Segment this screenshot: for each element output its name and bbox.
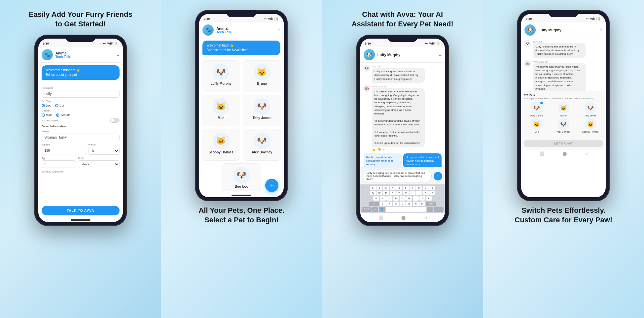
kbd-3[interactable]: 3 [383,186,389,190]
kbd-q[interactable]: Q [370,191,376,195]
signal-icon: ▪▪▪ [103,42,106,45]
weight-input[interactable] [42,147,86,154]
phone-3: 9:30 ▪▪▪ WiFi 🔋 🐶 Luffy Murphy ≡ 🐶 [356,35,449,226]
my-pets-title: My Pets [524,93,603,96]
msg-time-avva: Avva 12:40 pm [372,85,442,88]
weight-unit-select[interactable]: lb kg [88,147,120,155]
kbd-w[interactable]: W [376,191,382,195]
radio-female[interactable]: Female [56,113,70,117]
fab-add-pet[interactable]: + [265,179,278,192]
pet-mini-toby[interactable]: 🐶 Toby James [578,102,603,117]
kbd-x[interactable]: X [386,202,392,206]
app-title-1: Animal [55,51,70,55]
pet-card-scooby[interactable]: 🐱 Scooby Holmes [202,129,240,161]
pet-card-bruno[interactable]: 🐱 Bruno [243,60,281,92]
kbd-u[interactable]: U [410,191,415,195]
kbd-f[interactable]: F [393,196,399,201]
gender-group: Male Female [42,113,120,117]
pet-card-alex[interactable]: 🐶 Alex Downey [243,129,281,161]
pet-card-booboo[interactable]: 🐶 Boo-boo [222,163,261,191]
kbd-t[interactable]: T [396,191,402,195]
home-indicator-2 [232,195,251,196]
kbd-c[interactable]: C [393,202,399,206]
kbd-0[interactable]: 0 [429,186,435,190]
radio-male[interactable]: Male [42,113,53,117]
kbd-m[interactable]: M [419,202,425,206]
kbd-1[interactable]: 1 [370,186,376,190]
kbd-emoji[interactable]: ☺ [372,207,378,212]
kbd-l[interactable]: L [426,196,432,201]
kbd-5[interactable]: 5 [396,186,402,190]
share-icon[interactable]: ↩ [383,148,386,151]
kbd-4[interactable]: 4 [390,186,396,190]
kbd-shift[interactable]: ⇧ [369,202,379,206]
kbd-2[interactable]: 2 [376,186,382,190]
screen-4: 9:30 ▪▪▪ WiFi 🔋 🐶 Luffy Murphy ≡ 🐶 [521,14,606,197]
kbd-k[interactable]: K [419,196,425,201]
nav-square[interactable]: ⬜ [378,215,383,220]
pet-mini-luffy[interactable]: 🐶 Luffy Murphy [524,102,549,117]
pet-mini-avatar-toby: 🐶 [585,102,596,114]
kbd-e[interactable]: E [383,191,389,195]
pet-card-toby[interactable]: 🐶 Toby James [243,95,281,126]
pet-mini-name-milo: Milo [534,131,539,133]
kbd-period[interactable]: . [427,207,433,212]
battery-icon: 🔋 [115,42,118,45]
kbd-v[interactable]: V [400,202,406,206]
kbd-7[interactable]: 7 [410,186,415,190]
nav-square-4[interactable]: ⬜ [539,151,544,156]
kbd-return[interactable]: ↵ [434,207,444,212]
send-button-3[interactable]: ↑ [434,172,442,180]
nav-triangle[interactable]: ◁ [424,215,427,220]
kbd-o[interactable]: O [423,191,429,195]
kbd-n[interactable]: N [413,202,419,206]
chat-menu-3[interactable]: ≡ [439,52,442,57]
kbd-123[interactable]: ?123 [362,207,372,212]
kbd-globe[interactable]: 🌐 [379,207,385,212]
app-avatar-1: 🐾 [42,49,53,60]
kbd-i[interactable]: I [416,191,422,195]
kbd-r[interactable]: R [390,191,396,195]
nav-circle[interactable]: ⬤ [401,215,406,220]
kbd-a[interactable]: A [373,196,379,201]
breed-input[interactable] [42,134,120,141]
menu-icon-1[interactable]: ≡ [117,52,120,57]
pet-mini-bruno[interactable]: 🐱 Bruno [551,102,576,117]
kbd-s[interactable]: S [380,196,386,201]
kbd-d[interactable]: D [386,196,392,201]
talk-to-avva-button[interactable]: TALK TO AVVA [42,206,120,215]
pets-mini-grid: 🐶 Luffy Murphy 🐱 Bruno 🐶 Toby James [524,102,603,133]
thumbs-up-icon[interactable]: 👍 [372,148,376,151]
nav-triangle-4[interactable]: ◁ [585,151,588,156]
chat-input-box-3[interactable]: Luffy is limping and seems to be in disc… [363,170,432,182]
kbd-delete[interactable]: ⌫ [426,202,436,206]
thumbs-down-icon[interactable]: 👎 [377,148,381,151]
pet-card-luffy[interactable]: 🐶 Luffy Murphy [202,60,240,92]
spayed-toggle[interactable] [110,118,120,123]
radio-cat[interactable]: Cat [55,104,64,107]
kbd-h[interactable]: H [406,196,412,201]
kbd-9[interactable]: 9 [423,186,429,190]
pet-mini-alex[interactable]: 🐶 Alex Downey [551,118,576,133]
pet-mini-scooby[interactable]: 🐱 Scooby Holmes [578,118,603,133]
kbd-g[interactable]: G [400,196,406,201]
kbd-space[interactable] [386,207,426,212]
pet-name-input[interactable] [42,90,120,98]
kbd-6[interactable]: 6 [403,186,409,190]
more-pets-indicator: — [524,135,603,139]
nav-circle-4[interactable]: ⬤ [562,151,567,156]
kbd-8[interactable]: 8 [416,186,422,190]
pet-card-milo[interactable]: 🐱 Milo [202,95,240,126]
kbd-z[interactable]: Z [380,202,386,206]
menu-icon-2[interactable]: ≡ [278,27,280,33]
age-unit-select[interactable]: Years Months [78,160,119,168]
kbd-b[interactable]: B [406,202,412,206]
pet-mini-milo[interactable]: 🐱 Milo [524,118,549,133]
age-input[interactable] [42,160,76,168]
kbd-j[interactable]: J [413,196,419,201]
chat-menu-4[interactable]: ≡ [600,27,602,33]
radio-dog[interactable]: Dog [42,104,52,107]
kbd-p[interactable]: P [429,191,435,195]
lets-chat-button[interactable]: LET'S CHAT [524,140,603,147]
kbd-y[interactable]: Y [403,191,409,195]
